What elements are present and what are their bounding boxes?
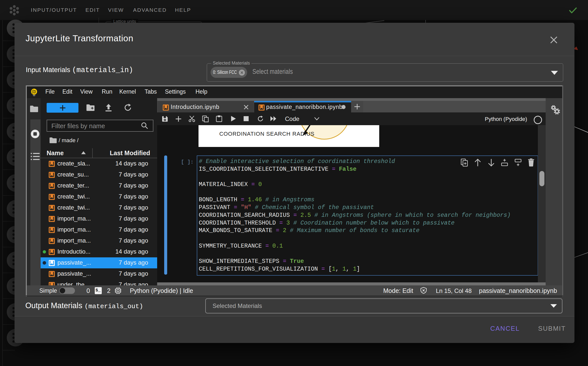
svg-text:COORDINATION SEARCH RADIUS: COORDINATION SEARCH RADIUS [219, 131, 315, 137]
